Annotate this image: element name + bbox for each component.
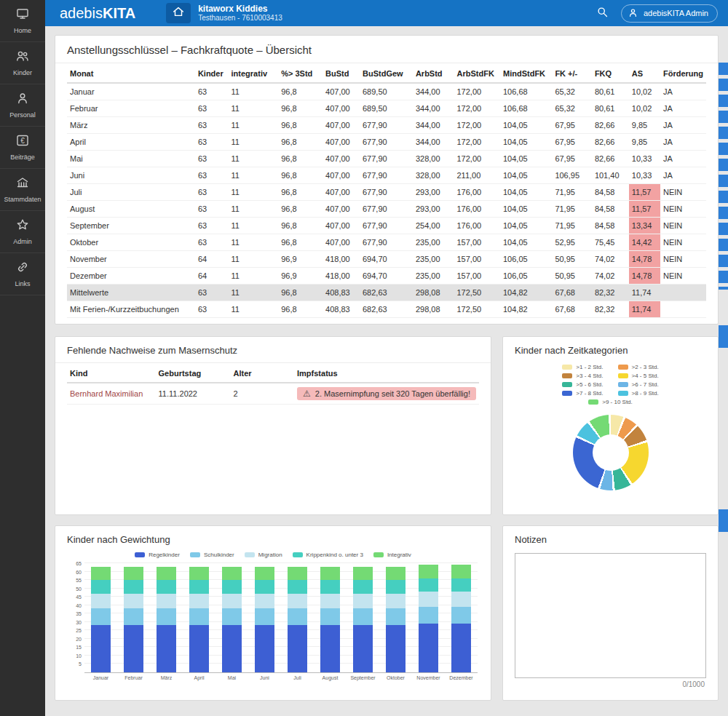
legend-item: >2 - 3 Std. — [618, 364, 659, 370]
bar-segment — [124, 608, 143, 625]
sidebar-item-kinder[interactable]: Kinder — [0, 42, 45, 84]
app-logo[interactable]: adebisKITA — [60, 5, 135, 22]
bar-segment — [419, 592, 438, 607]
bar-segment — [124, 625, 143, 672]
x-tick-label: Dezember — [445, 675, 478, 680]
legend-label: >8 - 9 Std. — [632, 390, 659, 397]
child-name-link[interactable]: Bernhard Maximilian — [70, 389, 143, 398]
y-tick-label: 25 — [63, 628, 82, 633]
sidebar-item-home[interactable]: Home — [0, 0, 45, 42]
column-header: AS — [629, 65, 660, 83]
bar-segment — [157, 608, 176, 625]
column-header: BuStd — [323, 65, 360, 83]
legend-label: >3 - 4 Std. — [576, 373, 603, 379]
user-menu[interactable]: adebisKITA Admin — [621, 4, 718, 23]
sidebar-item-links[interactable]: Links — [0, 253, 45, 295]
bar-segment — [288, 608, 307, 625]
x-tick-label: Juni — [248, 675, 281, 680]
svg-text:€: € — [20, 137, 25, 145]
bar-segment — [451, 624, 471, 672]
legend-item: >8 - 9 Std. — [618, 390, 659, 397]
column-header: Förderung — [660, 65, 706, 83]
zeitkategorien-card: Kinder nach Zeitkategorien >1 - 2 Std.>2… — [502, 336, 719, 515]
column-header: Kinder — [195, 65, 229, 83]
gew-card-title: Kinder nach Gewichtung — [55, 526, 491, 552]
search-button[interactable] — [595, 5, 611, 21]
column-header: Geburtstag — [156, 365, 231, 383]
column-header: Alter — [231, 365, 294, 383]
bar-segment — [386, 580, 405, 593]
x-tick-label: Januar — [84, 675, 117, 680]
bar-segment — [91, 567, 111, 580]
bar-segment — [386, 608, 405, 625]
bar-segment — [288, 580, 307, 593]
y-tick-label: 35 — [63, 611, 82, 616]
organization-info: kitaworx Kiddies Testhausen - 7610003413 — [198, 4, 282, 23]
legend-chip — [618, 365, 628, 370]
x-tick-label: April — [183, 675, 215, 680]
bar-segment — [157, 594, 176, 609]
main-content: Anstellungsschlüssel – Fachkraftquote – … — [45, 26, 728, 716]
bar-segment — [353, 580, 373, 593]
legend-chip — [618, 373, 628, 378]
legend-chip — [562, 382, 572, 387]
house-icon — [172, 5, 185, 21]
impfstatus-text: 2. Masernimpfung seit 320 Tagen überfäll… — [315, 389, 470, 398]
sidebar-item-beitraege[interactable]: € Beiträge — [0, 127, 45, 169]
sidebar-item-label: Home — [14, 27, 31, 34]
stacked-bar — [157, 567, 176, 672]
legend-item: >4 - 5 Std. — [618, 373, 659, 379]
people-icon — [15, 49, 30, 66]
legend-chip — [562, 365, 572, 370]
fkq-card-title: Anstellungsschlüssel – Fachkraftquote – … — [55, 36, 718, 63]
sidebar-item-admin[interactable]: Admin — [0, 211, 45, 253]
stacked-bar — [320, 567, 340, 672]
bar-segment — [189, 580, 209, 593]
bar-segment — [386, 594, 405, 609]
bar-segment — [189, 608, 209, 625]
organization-id: Testhausen - 7610003413 — [198, 14, 282, 23]
table-row: Januar631196,8407,00689,50344,00172,0010… — [67, 83, 706, 100]
bar-segment — [255, 608, 274, 625]
home-button[interactable] — [166, 3, 191, 23]
bar-segment — [222, 567, 242, 580]
bar-segment — [288, 567, 307, 580]
stacked-bar — [386, 567, 405, 672]
legend-chip — [373, 552, 384, 557]
bar-segment — [157, 567, 176, 580]
legend-label: >5 - 6 Std. — [576, 381, 603, 388]
notizen-textarea[interactable] — [515, 553, 706, 678]
table-row: Bernhard Maximilian 11.11.2022 2 ⚠ 2. Ma… — [67, 383, 479, 405]
column-header: Monat — [67, 65, 195, 83]
bar-segment — [222, 608, 242, 625]
bar-segment — [189, 625, 209, 672]
top-header: adebisKITA kitaworx Kiddies Testhausen -… — [45, 0, 728, 26]
notizen-card-title: Notizen — [503, 526, 718, 552]
bar-segment — [189, 594, 209, 609]
legend-item: >7 - 8 Std. — [562, 390, 603, 397]
bar-segment — [386, 625, 405, 672]
bar-segment — [419, 565, 438, 578]
legend-label: Schulkinder — [204, 552, 234, 558]
sidebar-item-personal[interactable]: Personal — [0, 84, 45, 127]
legend-chip — [245, 552, 255, 557]
bar-segment — [157, 625, 176, 672]
sidebar-item-label: Personal — [9, 111, 36, 119]
table-row: November641196,9418,00694,70235,00157,00… — [67, 251, 706, 268]
legend-item: Krippenkind o. unter 3 — [293, 552, 363, 558]
scroll-indicator-segment — [719, 325, 728, 348]
stacked-bar — [124, 567, 143, 672]
x-tick-label: Februar — [117, 675, 150, 680]
gewichtung-card: Kinder nach Gewichtung RegelkinderSchulk… — [55, 525, 491, 701]
legend-label: >4 - 5 Std. — [632, 373, 659, 379]
bar-segment — [157, 580, 176, 593]
legend-item: Integrativ — [373, 552, 411, 558]
legend-chip — [618, 391, 628, 396]
bar-segment — [91, 608, 111, 625]
bar-segment — [320, 580, 340, 593]
bar-segment — [451, 592, 471, 607]
legend-chip — [190, 552, 200, 557]
sidebar-item-stammdaten[interactable]: Stammdaten — [0, 169, 45, 211]
legend-label: >7 - 8 Std. — [576, 390, 603, 397]
legend-item: Migration — [245, 552, 282, 558]
